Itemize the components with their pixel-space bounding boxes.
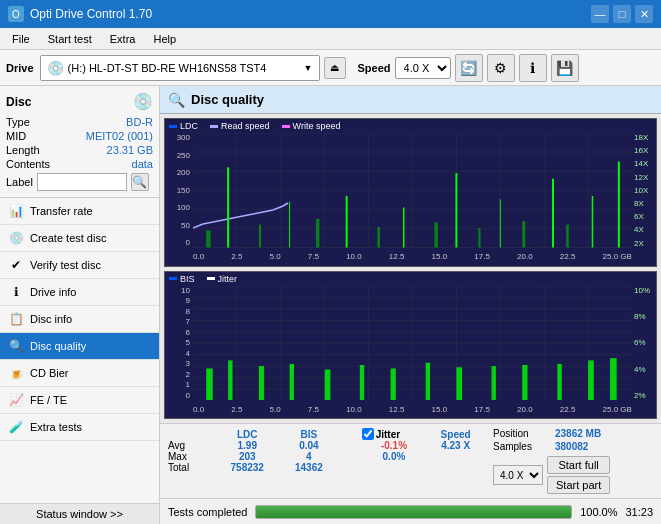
y-label-0: 0: [165, 238, 193, 247]
menu-start-test[interactable]: Start test: [40, 31, 100, 47]
svg-rect-59: [206, 368, 213, 400]
x-5: 5.0: [270, 252, 281, 261]
menu-file[interactable]: File: [4, 31, 38, 47]
save-button[interactable]: 💾: [551, 54, 579, 82]
refresh-button[interactable]: 🔄: [455, 54, 483, 82]
ldc-chart-legend: LDC Read speed Write speed: [169, 121, 340, 131]
bis-x-22-5: 22.5: [560, 405, 576, 414]
speed-and-buttons: 4.0 X Start full Start part: [493, 456, 653, 494]
svg-rect-34: [522, 221, 525, 247]
bis-chart-svg: [193, 286, 632, 401]
content-header-icon: 🔍: [168, 92, 185, 108]
svg-rect-64: [360, 365, 364, 400]
speed-dropdown[interactable]: 4.0 X 2.0 X 6.0 X 8.0 X: [395, 57, 451, 79]
bis-x-5: 5.0: [270, 405, 281, 414]
nav-fe-te-label: FE / TE: [30, 394, 67, 406]
x-17-5: 17.5: [474, 252, 490, 261]
sidebar-item-create-test-disc[interactable]: 💿 Create test disc: [0, 225, 159, 252]
bis-x-7-5: 7.5: [308, 405, 319, 414]
bis-y-7: 7: [165, 317, 193, 326]
y-right-18x: 18X: [632, 133, 656, 142]
stats-max-ldc: 203: [215, 451, 280, 462]
bis-x-0: 0.0: [193, 405, 204, 414]
sidebar-item-transfer-rate[interactable]: 📊 Transfer rate: [0, 198, 159, 225]
y-right-10x: 10X: [632, 186, 656, 195]
content-area: 🔍 Disc quality LDC Read speed: [160, 86, 661, 524]
sidebar-item-fe-te[interactable]: 📈 FE / TE: [0, 387, 159, 414]
disc-panel-icon: 💿: [133, 92, 153, 111]
eject-button[interactable]: ⏏: [324, 57, 346, 79]
sidebar-item-cd-bier[interactable]: 🍺 CD Bier: [0, 360, 159, 387]
disc-type-val: BD-R: [126, 116, 153, 128]
col-header-jitter-check: Jitter: [362, 428, 427, 440]
svg-rect-28: [206, 230, 210, 247]
y-right-2x: 2X: [632, 239, 656, 248]
content-header-title: Disc quality: [191, 92, 264, 107]
stats-max-label: Max: [168, 451, 215, 462]
svg-rect-68: [492, 366, 496, 400]
start-part-button[interactable]: Start part: [547, 476, 610, 494]
bis-x-12-5: 12.5: [389, 405, 405, 414]
status-window-button[interactable]: Status window >>: [0, 503, 159, 524]
start-full-button[interactable]: Start full: [547, 456, 610, 474]
svg-rect-65: [391, 368, 396, 400]
col-header-spacer: [338, 428, 361, 440]
bis-y-right-6p: 6%: [632, 338, 656, 347]
col-header-ldc: LDC: [215, 428, 280, 440]
sidebar-item-disc-quality[interactable]: 🔍 Disc quality: [0, 333, 159, 360]
cd-bier-icon: 🍺: [8, 365, 24, 381]
nav-transfer-rate-label: Transfer rate: [30, 205, 93, 217]
sidebar-item-disc-info[interactable]: 📋 Disc info: [0, 306, 159, 333]
y-right-4x: 4X: [632, 225, 656, 234]
drive-label: Drive: [6, 62, 34, 74]
samples-val: 380082: [555, 441, 635, 452]
col-header-bis: BIS: [280, 428, 339, 440]
menu-help[interactable]: Help: [145, 31, 184, 47]
disc-mid-val: MEIT02 (001): [86, 130, 153, 142]
ldc-chart: LDC Read speed Write speed: [164, 118, 657, 267]
disc-panel: Disc 💿 Type BD-R MID MEIT02 (001) Length…: [0, 86, 159, 198]
menu-extra[interactable]: Extra: [102, 31, 144, 47]
ldc-y-axis-left: 300 250 200 150 100 50 0: [165, 133, 193, 248]
bis-chart: BIS Jitter: [164, 271, 657, 420]
progress-percent: 100.0%: [580, 506, 617, 518]
info-button[interactable]: ℹ: [519, 54, 547, 82]
sidebar-item-verify-test-disc[interactable]: ✔ Verify test disc: [0, 252, 159, 279]
minimize-button[interactable]: —: [591, 5, 609, 23]
app-icon: O: [8, 6, 24, 22]
bis-y-axis-left: 10 9 8 7 6 5 4 3 2 1 0: [165, 286, 193, 401]
settings-button[interactable]: ⚙: [487, 54, 515, 82]
svg-rect-31: [377, 227, 380, 248]
jitter-checkbox[interactable]: [362, 428, 374, 440]
app-title: Opti Drive Control 1.70: [30, 7, 152, 21]
bis-x-10: 10.0: [346, 405, 362, 414]
main-area: Disc 💿 Type BD-R MID MEIT02 (001) Length…: [0, 86, 661, 524]
x-25: 25.0 GB: [603, 252, 632, 261]
bis-y-right-10p: 10%: [632, 286, 656, 295]
bis-x-17-5: 17.5: [474, 405, 490, 414]
stats-avg-label: Avg: [168, 440, 215, 451]
y-label-50: 50: [165, 221, 193, 230]
nav-cd-bier-label: CD Bier: [30, 367, 69, 379]
stats-speed-dropdown[interactable]: 4.0 X: [493, 465, 543, 485]
drive-selector[interactable]: 💿 (H:) HL-DT-ST BD-RE WH16NS58 TST4 ▼: [40, 55, 320, 81]
disc-quality-icon: 🔍: [8, 338, 24, 354]
bis-x-axis: 0.0 2.5 5.0 7.5 10.0 12.5 15.0 17.5 20.0…: [193, 400, 632, 418]
stats-avg-bis: 0.04: [280, 440, 339, 451]
svg-rect-61: [259, 366, 264, 400]
sidebar-item-extra-tests[interactable]: 🧪 Extra tests: [0, 414, 159, 441]
disc-label-input[interactable]: [37, 173, 127, 191]
stats-total-label: Total: [168, 462, 215, 473]
drive-info-icon: ℹ: [8, 284, 24, 300]
disc-contents-val: data: [132, 158, 153, 170]
maximize-button[interactable]: □: [613, 5, 631, 23]
close-button[interactable]: ✕: [635, 5, 653, 23]
stats-max-bis: 4: [280, 451, 339, 462]
label-search-button[interactable]: 🔍: [131, 173, 149, 191]
stats-avg-row: Avg 1.99 0.04 -0.1% 4.23 X: [168, 440, 485, 451]
y-label-200: 200: [165, 168, 193, 177]
ldc-y-axis-right: 18X 16X 14X 12X 10X 8X 6X 4X 2X: [632, 133, 656, 248]
bis-y-0: 0: [165, 391, 193, 400]
sidebar-item-drive-info[interactable]: ℹ Drive info: [0, 279, 159, 306]
nav-drive-info-label: Drive info: [30, 286, 76, 298]
